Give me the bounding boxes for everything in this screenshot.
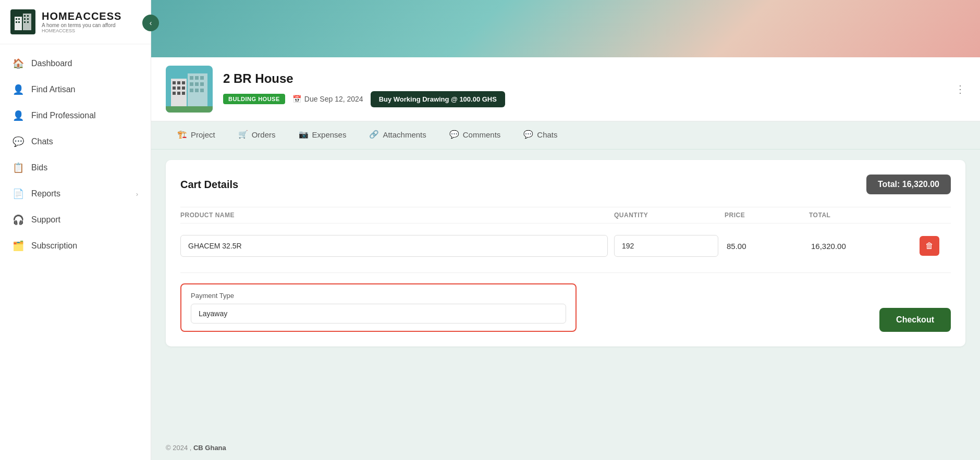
sidebar-item-reports-label: Reports [31, 189, 60, 198]
artisan-icon: 👤 [13, 84, 24, 95]
svg-rect-23 [177, 92, 180, 95]
tab-expenses[interactable]: 📷 Expenses [287, 121, 358, 149]
payment-type-input[interactable] [191, 304, 566, 324]
tab-comments[interactable]: 💬 Comments [438, 121, 512, 149]
product-name-input[interactable] [180, 235, 608, 257]
cart-row: 85.00 16,320.00 🗑 [180, 230, 951, 262]
checkout-button[interactable]: Checkout [879, 308, 951, 332]
chats-tab-icon: 💬 [523, 130, 533, 139]
reports-arrow-icon: › [136, 190, 138, 198]
bids-icon: 📋 [13, 162, 24, 173]
payment-type-box: Payment Type [180, 283, 577, 332]
calendar-icon: 📅 [292, 95, 301, 103]
total-value: 16,320.00 [809, 242, 913, 251]
orders-tab-icon: 🛒 [238, 130, 248, 139]
svg-rect-29 [195, 82, 199, 86]
tabs-bar: 🏗️ Project 🛒 Orders 📷 Expenses 🔗 Attachm… [151, 121, 980, 150]
svg-rect-6 [18, 21, 20, 23]
quantity-input[interactable] [614, 235, 718, 257]
svg-rect-7 [24, 15, 26, 17]
svg-rect-9 [24, 18, 26, 20]
logo-subtitle: A home on terms you can afford [42, 22, 121, 28]
attachments-tab-icon: 🔗 [369, 130, 379, 139]
col-quantity: QUANTITY [614, 212, 718, 219]
sidebar-nav: 🏠 Dashboard 👤 Find Artisan 👤 Find Profes… [0, 44, 151, 460]
svg-rect-31 [190, 89, 193, 92]
sidebar-item-subscription[interactable]: 🗂️ Subscription [0, 233, 151, 259]
col-actions [920, 212, 951, 219]
svg-rect-12 [27, 21, 29, 23]
cart-table-header: PRODUCT NAME QUANTITY PRICE TOTAL [180, 207, 951, 223]
payment-type-label: Payment Type [191, 292, 566, 300]
sidebar-item-professional-label: Find Professional [31, 111, 96, 120]
tab-project[interactable]: 🏗️ Project [166, 121, 227, 149]
svg-rect-10 [27, 18, 29, 20]
tab-attachments[interactable]: 🔗 Attachments [358, 121, 437, 149]
delete-row-button[interactable]: 🗑 [920, 236, 939, 256]
expenses-tab-icon: 📷 [299, 130, 309, 139]
price-value: 85.00 [725, 242, 803, 251]
sidebar-item-support[interactable]: 🎧 Support [0, 207, 151, 233]
svg-rect-8 [27, 15, 29, 17]
footer: © 2024 , CB Ghana [151, 436, 980, 460]
tab-orders[interactable]: 🛒 Orders [227, 121, 287, 149]
project-details: 2 BR House BULDING HOUSE 📅 Due Sep 12, 2… [223, 71, 945, 107]
sidebar-item-find-professional[interactable]: 👤 Find Professional [0, 103, 151, 129]
building-badge: BULDING HOUSE [223, 94, 285, 104]
divider [180, 272, 951, 273]
buy-working-drawing-button[interactable]: Buy Working Drawing @ 100.00 GHS [371, 91, 505, 107]
sidebar-item-bids[interactable]: 📋 Bids [0, 155, 151, 181]
home-icon: 🏠 [13, 58, 24, 69]
svg-rect-34 [166, 106, 213, 113]
more-options-icon[interactable]: ⋮ [955, 83, 965, 95]
cart-total-badge: Total: 16,320.00 [866, 175, 951, 194]
tab-comments-label: Comments [463, 130, 501, 139]
subscription-icon: 🗂️ [13, 240, 24, 252]
tab-project-label: Project [191, 130, 215, 139]
svg-rect-25 [190, 76, 193, 80]
logo-text: HOMEACCESS A home on terms you can affor… [42, 10, 121, 33]
tab-chats[interactable]: 💬 Chats [512, 121, 569, 149]
support-icon: 🎧 [13, 214, 24, 226]
due-date-text: Due Sep 12, 2024 [304, 95, 363, 103]
cart-title: Cart Details [180, 179, 238, 191]
svg-rect-24 [182, 92, 185, 95]
chats-icon: 💬 [13, 136, 24, 147]
svg-rect-4 [18, 18, 20, 20]
footer-text: © 2024 , CB Ghana [166, 444, 226, 452]
project-thumbnail [166, 66, 213, 113]
col-product-name: PRODUCT NAME [180, 212, 608, 219]
tab-expenses-label: Expenses [312, 130, 347, 139]
svg-rect-16 [173, 81, 176, 84]
professional-icon: 👤 [13, 110, 24, 121]
sidebar-item-reports[interactable]: 📄 Reports › [0, 181, 151, 207]
main-content: 2 BR House BULDING HOUSE 📅 Due Sep 12, 2… [151, 0, 980, 460]
sidebar-item-find-artisan[interactable]: 👤 Find Artisan [0, 77, 151, 103]
sidebar-item-support-label: Support [31, 215, 60, 225]
svg-rect-27 [200, 76, 204, 80]
sidebar-item-dashboard-label: Dashboard [31, 59, 72, 68]
sidebar: HOMEACCESS A home on terms you can affor… [0, 0, 151, 460]
tab-chats-label: Chats [537, 130, 557, 139]
sidebar-item-chats-label: Chats [31, 137, 53, 146]
logo-icon [10, 9, 35, 34]
logo-brand: HOMEACCESS [42, 28, 121, 33]
project-title: 2 BR House [223, 71, 945, 86]
sidebar-item-chats[interactable]: 💬 Chats [0, 129, 151, 155]
tab-orders-label: Orders [252, 130, 276, 139]
col-price: PRICE [725, 212, 803, 219]
svg-rect-21 [182, 86, 185, 90]
svg-rect-3 [16, 18, 17, 20]
sidebar-toggle-button[interactable]: ‹ [142, 15, 159, 31]
svg-rect-26 [195, 76, 199, 80]
svg-rect-5 [16, 21, 17, 23]
due-date: 📅 Due Sep 12, 2024 [292, 95, 363, 103]
reports-icon: 📄 [13, 188, 24, 200]
comments-tab-icon: 💬 [449, 130, 459, 139]
project-meta: BULDING HOUSE 📅 Due Sep 12, 2024 Buy Wor… [223, 91, 945, 107]
project-header-banner [151, 0, 980, 57]
sidebar-item-dashboard[interactable]: 🏠 Dashboard [0, 51, 151, 77]
svg-rect-30 [200, 82, 204, 86]
cart-header: Cart Details Total: 16,320.00 [180, 175, 951, 194]
project-tab-icon: 🏗️ [177, 130, 187, 139]
